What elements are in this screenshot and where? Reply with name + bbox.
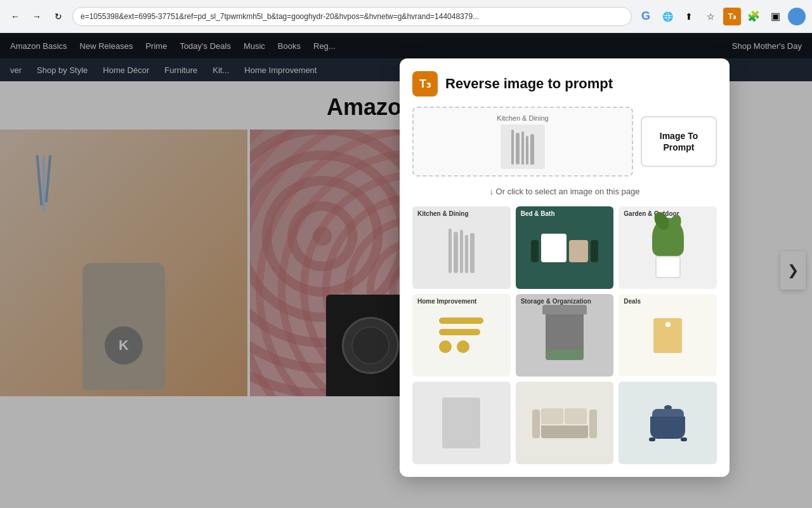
- url-bar[interactable]: e=1055398&ext=6995-37751&ref=pd_sl_7tpwm…: [72, 7, 632, 26]
- back-button[interactable]: ←: [6, 8, 24, 25]
- grid-item-bed[interactable]: Bed & Bath: [516, 206, 614, 289]
- bookmark-icon[interactable]: ☆: [702, 8, 719, 25]
- grid-label-kitchen: Kitchen & Dining: [417, 210, 469, 217]
- popup-title: Reverse image to prompt: [445, 76, 613, 92]
- reload-button[interactable]: ↻: [49, 8, 67, 25]
- grid-label-deals: Deals: [624, 298, 641, 305]
- grid-item-kitchen[interactable]: Kitchen & Dining: [412, 206, 511, 289]
- hardware-icon: [439, 318, 483, 353]
- user-avatar[interactable]: [788, 8, 806, 25]
- image-to-prompt-line1: Image To: [660, 130, 698, 142]
- image-to-prompt-line2: Prompt: [664, 142, 695, 153]
- dutch-oven-icon: [649, 405, 687, 441]
- popup-logo-letter: T₃: [419, 77, 431, 91]
- sofa-icon: [532, 408, 597, 438]
- grid-item-garden[interactable]: Garden & Outdoor: [619, 206, 717, 289]
- plant-icon: [652, 218, 684, 278]
- browser-bar: ← → ↻ e=1055398&ext=6995-37751&ref=pd_sl…: [0, 0, 812, 33]
- storage-box-icon: [546, 311, 584, 360]
- kitchen-cutlery-icon: [449, 222, 475, 273]
- popup-header: T₃ Reverse image to prompt: [412, 71, 717, 97]
- popup-logo-icon: T₃: [412, 71, 438, 97]
- grid-label-bed: Bed & Bath: [521, 210, 555, 217]
- t3-extension-icon[interactable]: T₃: [723, 8, 741, 25]
- grid-label-improvement: Home Improvement: [417, 298, 476, 305]
- grid-item-deals[interactable]: Deals: [619, 294, 717, 377]
- share-icon[interactable]: ⬆: [680, 8, 698, 25]
- deals-tag-icon: [653, 318, 682, 353]
- browser-nav-icons: ← → ↻: [6, 8, 67, 25]
- google-icon[interactable]: G: [637, 8, 655, 25]
- grid-item-storage[interactable]: Storage & Organization: [516, 294, 614, 377]
- upload-section: Kitchen & Dining Image To: [412, 107, 717, 177]
- extension-icons: G 🌐 ⬆ ☆ T₃ 🧩 ▣: [637, 8, 806, 25]
- sidebar-icon[interactable]: ▣: [766, 8, 784, 25]
- grid-item-row3a[interactable]: [412, 382, 511, 464]
- image-to-prompt-button[interactable]: Image To Prompt: [641, 116, 717, 167]
- grid-label-storage: Storage & Organization: [521, 298, 591, 305]
- grid-item-row3b[interactable]: [516, 382, 614, 464]
- cutlery-icon: [511, 130, 534, 164]
- url-text: e=1055398&ext=6995-37751&ref=pd_sl_7tpwm…: [81, 12, 479, 21]
- amazon-page: Amazon Basics New Releases Prime Today's…: [0, 33, 812, 508]
- click-hint-text: ↓ Or click to select an image on this pa…: [412, 187, 717, 196]
- translate-icon[interactable]: 🌐: [658, 8, 676, 25]
- upload-dropzone[interactable]: Kitchen & Dining: [412, 107, 633, 177]
- image-selection-grid: Kitchen & Dining Bed & Bath: [412, 206, 717, 464]
- grid-item-improvement[interactable]: Home Improvement: [412, 294, 511, 377]
- grid-item-row3c[interactable]: [619, 382, 717, 464]
- preview-image: [501, 124, 545, 169]
- bed-pillows-icon: [531, 234, 598, 262]
- grid-label-garden: Garden & Outdoor: [624, 210, 679, 217]
- upload-preview-content: Kitchen & Dining: [497, 114, 548, 169]
- preview-label: Kitchen & Dining: [497, 114, 548, 122]
- puzzle-icon[interactable]: 🧩: [745, 8, 763, 25]
- row3a-image: [442, 398, 480, 448]
- reverse-image-popup: T₃ Reverse image to prompt Kitchen & Din…: [400, 58, 730, 477]
- forward-button[interactable]: →: [28, 8, 46, 25]
